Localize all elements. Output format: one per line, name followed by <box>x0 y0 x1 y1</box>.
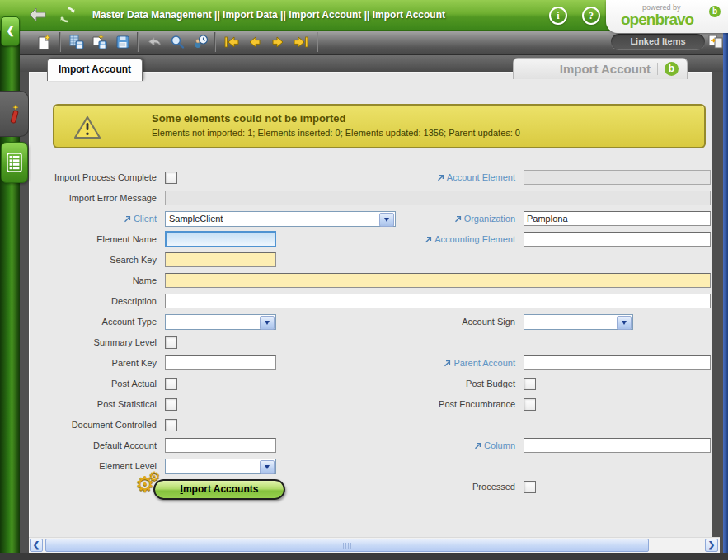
accounting-element-field[interactable] <box>524 232 711 247</box>
save-record-icon <box>115 34 131 50</box>
new-record-button[interactable] <box>33 32 54 52</box>
info-icon[interactable]: i <box>549 7 567 25</box>
previous-record-icon <box>246 34 264 50</box>
description-label: Description <box>29 294 157 308</box>
horizontal-scrollbar[interactable]: ❮ ❯ <box>29 537 720 553</box>
account-sign-label: Account Sign <box>346 314 515 329</box>
scrollbar-grip <box>343 543 351 549</box>
warning-triangle-icon <box>73 115 102 144</box>
account-type-select[interactable] <box>165 314 276 330</box>
link-icon <box>454 215 462 223</box>
undo-button[interactable] <box>143 32 165 52</box>
toolbar-separator <box>214 32 216 52</box>
audit-trail-button[interactable] <box>190 32 211 52</box>
sidebar-item-calculator[interactable] <box>1 142 28 183</box>
breadcrumb: Master Data Management || Import Data ||… <box>92 9 445 21</box>
column-label[interactable]: Column <box>346 438 515 453</box>
organization-field[interactable] <box>524 211 711 226</box>
link-icon <box>474 442 481 449</box>
openbravo-b-icon: b <box>709 6 721 17</box>
help-icon[interactable]: ? <box>582 7 600 25</box>
accounting-element-label[interactable]: Accounting Element <box>346 232 515 247</box>
next-record-button[interactable] <box>267 32 289 52</box>
link-icon <box>124 215 131 223</box>
refresh-button[interactable] <box>56 5 79 25</box>
scroll-left-button[interactable]: ❮ <box>30 539 43 552</box>
back-button[interactable] <box>26 5 49 25</box>
import-error-message-field <box>165 191 711 205</box>
dropdown-arrow-icon[interactable] <box>617 316 632 330</box>
client-value: SampleClient <box>169 214 223 224</box>
parent-account-field[interactable] <box>524 355 711 370</box>
last-record-icon <box>292 34 310 50</box>
processed-label: Processed <box>346 479 515 494</box>
openbravo-logo: powered by openbravo b <box>606 0 728 33</box>
save-relation-button[interactable] <box>66 32 87 52</box>
save-record-button[interactable] <box>112 32 134 52</box>
document-controlled-checkbox[interactable] <box>165 419 177 431</box>
import-result-message: Some elements could not be imported Elem… <box>53 104 706 148</box>
toolbar-separator <box>59 32 61 52</box>
description-field[interactable] <box>165 294 711 308</box>
parent-account-label[interactable]: Parent Account <box>346 355 515 370</box>
post-statistical-checkbox[interactable] <box>165 398 177 411</box>
search-key-field[interactable] <box>165 252 276 267</box>
parent-key-field[interactable] <box>165 355 276 370</box>
post-actual-checkbox[interactable] <box>165 378 177 390</box>
linked-items-icon[interactable] <box>707 32 724 54</box>
dropdown-arrow-icon[interactable] <box>260 316 275 330</box>
linked-items-button[interactable]: Linked Items <box>611 34 705 49</box>
summary-level-checkbox[interactable] <box>165 336 177 349</box>
element-name-field[interactable] <box>165 231 276 247</box>
account-sign-select[interactable] <box>524 314 633 330</box>
import-accounts-button[interactable]: Import Accounts <box>153 479 285 500</box>
link-icon <box>437 174 444 181</box>
undo-icon <box>146 34 162 50</box>
new-record-icon <box>35 34 52 50</box>
gears-icon[interactable]: ⚙ ⚙ <box>135 473 154 495</box>
openbravo-b-icon: b <box>665 62 679 76</box>
save-relation-icon <box>68 34 85 50</box>
save-new-button[interactable] <box>89 32 110 52</box>
audit-trail-icon <box>192 34 209 50</box>
last-record-button[interactable] <box>290 32 312 52</box>
post-actual-label: Post Actual <box>29 376 157 391</box>
next-record-icon <box>269 34 287 50</box>
scroll-right-button[interactable]: ❯ <box>705 539 718 552</box>
column-field[interactable] <box>524 438 711 453</box>
processed-checkbox[interactable] <box>524 481 536 493</box>
sidebar-item-alerts[interactable] <box>0 91 29 137</box>
save-new-icon <box>92 34 108 50</box>
toolbar-separator <box>137 32 139 52</box>
account-element-label[interactable]: Account Element <box>346 170 515 185</box>
post-statistical-label: Post Statistical <box>29 397 157 412</box>
tab-import-account[interactable]: Import Account <box>47 59 143 81</box>
window-title: Import Account <box>560 62 651 76</box>
openbravo-brand-text: openbravo <box>621 11 693 29</box>
client-label[interactable]: Client <box>29 211 157 226</box>
window-right-border <box>723 30 728 553</box>
first-record-icon <box>223 34 241 50</box>
application-window: Master Data Management || Import Data ||… <box>0 0 728 560</box>
account-type-label: Account Type <box>29 314 157 329</box>
element-level-select[interactable] <box>165 459 276 474</box>
post-budget-label: Post Budget <box>346 376 515 391</box>
post-encumbrance-checkbox[interactable] <box>524 398 536 411</box>
post-budget-checkbox[interactable] <box>524 378 536 390</box>
import-process-complete-checkbox[interactable] <box>165 172 177 184</box>
name-label: Name <box>29 273 157 288</box>
parent-key-label: Parent Key <box>29 355 157 370</box>
summary-level-label: Summary Level <box>29 335 157 350</box>
name-field[interactable] <box>165 273 711 288</box>
collapse-sidebar-button[interactable]: ❮ <box>1 16 20 46</box>
post-encumbrance-label: Post Encumbrance <box>346 397 515 412</box>
previous-record-button[interactable] <box>244 32 265 52</box>
search-button[interactable] <box>167 32 188 52</box>
toolbar-separator <box>317 32 318 52</box>
dropdown-arrow-icon[interactable] <box>260 460 275 474</box>
organization-label[interactable]: Organization <box>346 211 515 226</box>
window-title-tab: Import Account b <box>513 58 688 79</box>
scrollbar-thumb[interactable] <box>45 539 649 552</box>
first-record-button[interactable] <box>221 32 242 52</box>
default-account-field[interactable] <box>165 438 276 453</box>
